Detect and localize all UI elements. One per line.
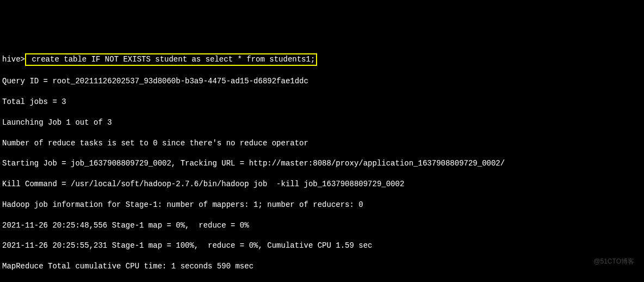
terminal-output[interactable]: hive> create table IF NOT EXISTS student… [2, 44, 642, 282]
output-line: Total jobs = 3 [2, 97, 642, 107]
hive-prompt: hive> [2, 55, 25, 64]
sql-command-highlight: create table IF NOT EXISTS student as se… [25, 53, 317, 66]
output-line: 2021-11-26 20:25:48,556 Stage-1 map = 0%… [2, 220, 642, 231]
output-line: Launching Job 1 out of 3 [2, 118, 642, 128]
output-line: Hadoop job information for Stage-1: numb… [2, 200, 642, 210]
output-line: MapReduce Total cumulative CPU time: 1 s… [2, 261, 642, 272]
command-line[interactable]: hive> create table IF NOT EXISTS student… [2, 53, 642, 66]
output-line: Query ID = root_20211126202537_93d8060b-… [2, 76, 642, 87]
output-line: Number of reduce tasks is set to 0 since… [2, 138, 642, 149]
output-line: Starting Job = job_1637908809729_0002, T… [2, 158, 642, 169]
output-line: 2021-11-26 20:25:55,231 Stage-1 map = 10… [2, 241, 642, 251]
watermark-label: @51CTO博客 [593, 257, 634, 266]
output-line: Kill Command = /usr/local/soft/hadoop-2.… [2, 179, 642, 189]
